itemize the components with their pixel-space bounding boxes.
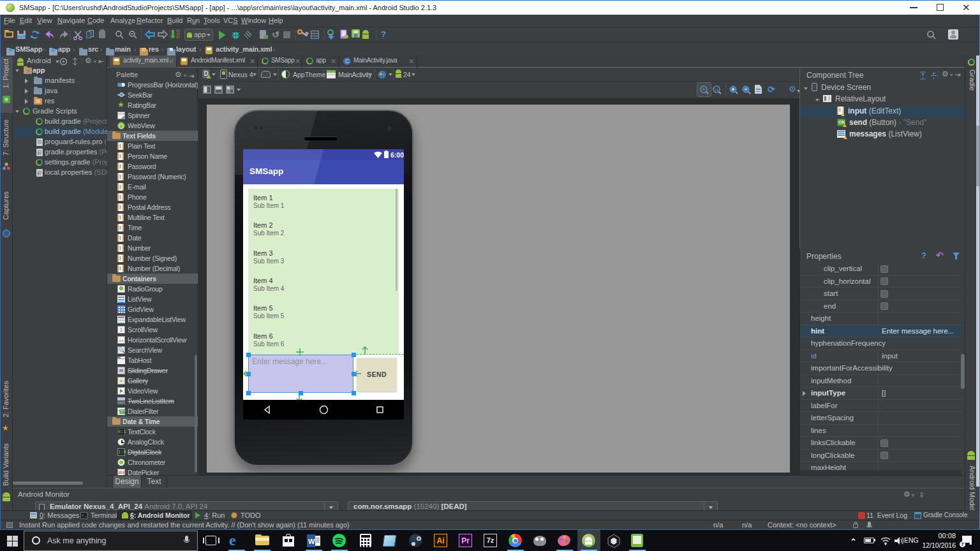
svg-text:11: 11 [715, 88, 719, 92]
